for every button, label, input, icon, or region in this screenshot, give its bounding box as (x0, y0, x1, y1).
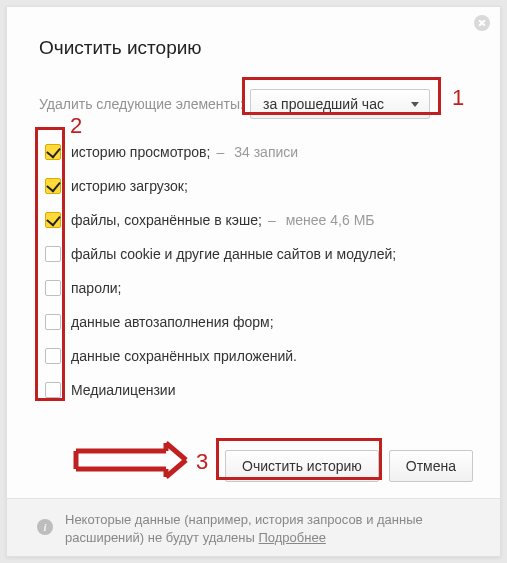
check-item-5: данные автозаполнения форм; (45, 305, 396, 339)
check-item-6: данные сохранённых приложений. (45, 339, 396, 373)
separator: – (268, 212, 276, 228)
check-label-1: историю загрузок; (71, 178, 188, 194)
check-item-4: пароли; (45, 271, 396, 305)
check-label-5: данные автозаполнения форм; (71, 314, 274, 330)
checkbox-2[interactable] (45, 212, 61, 228)
info-icon: i (37, 519, 53, 535)
checkbox-3[interactable] (45, 246, 61, 262)
check-label-2: файлы, сохранённые в кэше; (71, 212, 262, 228)
check-label-4: пароли; (71, 280, 122, 296)
time-range-select[interactable]: за прошедший час (250, 89, 430, 119)
check-suffix-0: 34 записи (234, 144, 298, 160)
time-range-label: Удалить следующие элементы: (39, 96, 244, 112)
cancel-button[interactable]: Отмена (389, 450, 473, 482)
footer-text: Некоторые данные (например, история запр… (65, 512, 423, 545)
check-item-7: Медиалицензии (45, 373, 396, 407)
check-item-1: историю загрузок; (45, 169, 396, 203)
checkbox-5[interactable] (45, 314, 61, 330)
check-label-3: файлы cookie и другие данные сайтов и мо… (71, 246, 396, 262)
cancel-button-label: Отмена (406, 458, 456, 474)
checkbox-7[interactable] (45, 382, 61, 398)
learn-more-link[interactable]: Подробнее (259, 530, 326, 545)
checkbox-1[interactable] (45, 178, 61, 194)
checkbox-list: историю просмотров;–34 записиисторию заг… (45, 135, 396, 407)
dialog-buttons: Очистить историю Отмена (225, 450, 473, 482)
check-label-7: Медиалицензии (71, 382, 176, 398)
dialog-title: Очистить историю (39, 37, 202, 59)
separator: – (216, 144, 224, 160)
check-item-0: историю просмотров;–34 записи (45, 135, 396, 169)
checkbox-0[interactable] (45, 144, 61, 160)
clear-history-button[interactable]: Очистить историю (225, 450, 379, 482)
check-suffix-2: менее 4,6 МБ (286, 212, 375, 228)
time-range-value: за прошедший час (263, 96, 384, 112)
checkbox-6[interactable] (45, 348, 61, 364)
check-item-3: файлы cookie и другие данные сайтов и мо… (45, 237, 396, 271)
chevron-down-icon (411, 102, 419, 107)
check-label-6: данные сохранённых приложений. (71, 348, 297, 364)
checkbox-4[interactable] (45, 280, 61, 296)
close-icon[interactable] (474, 15, 490, 31)
check-item-2: файлы, сохранённые в кэше;–менее 4,6 МБ (45, 203, 396, 237)
clear-history-dialog: Очистить историю Удалить следующие элеме… (6, 6, 501, 557)
time-range-row: Удалить следующие элементы: за прошедший… (39, 89, 430, 119)
clear-history-button-label: Очистить историю (242, 458, 362, 474)
check-label-0: историю просмотров; (71, 144, 210, 160)
footer-note: i Некоторые данные (например, история за… (7, 498, 500, 556)
